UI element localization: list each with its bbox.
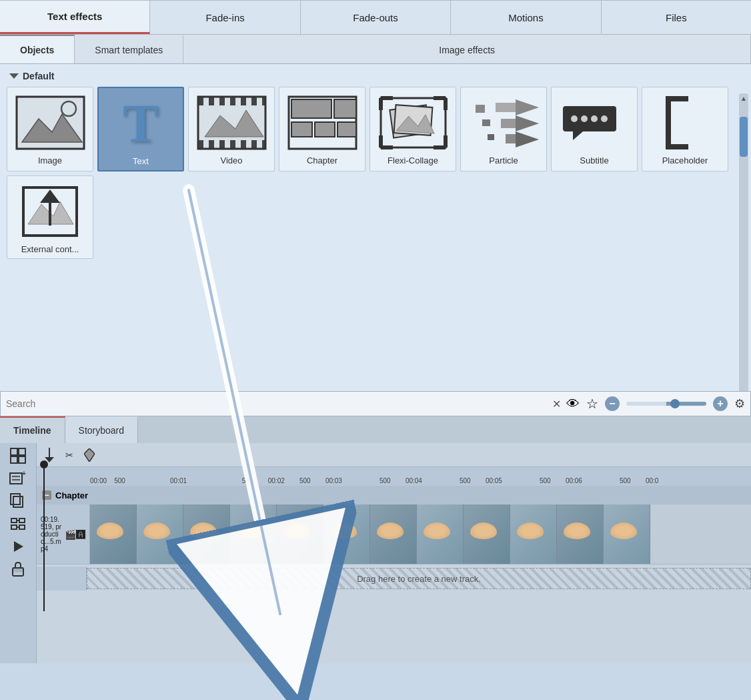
drag-new-track-row[interactable]: Drag here to create a new track. (37, 567, 751, 591)
scroll-up-arrow[interactable]: ▲ (739, 93, 748, 103)
marker-icon[interactable] (81, 446, 98, 464)
tab-fade-outs[interactable]: Fade-outs (301, 0, 451, 34)
svg-rect-16 (241, 140, 246, 149)
sub-tab-image-effects[interactable]: Image effects (183, 35, 751, 63)
svg-rect-68 (13, 568, 23, 572)
collapse-icon[interactable] (9, 73, 19, 79)
svg-rect-10 (251, 97, 257, 105)
object-video[interactable]: Video (188, 87, 275, 171)
tab-fade-ins[interactable]: Fade-ins (150, 0, 300, 34)
zoom-slider-thumb[interactable] (670, 399, 680, 408)
external-content-icon (20, 184, 80, 239)
svg-text:+: + (22, 470, 26, 477)
objects-panel: Default Image T Text (0, 64, 751, 391)
section-default: Default (9, 71, 744, 81)
timeline-tabs: Timeline Storyboard (0, 416, 751, 443)
object-subtitle[interactable]: Subtitle (551, 87, 638, 171)
svg-rect-37 (476, 105, 485, 113)
timeline-ruler: 00:00 500 00:01 500 00:02 (37, 467, 751, 486)
svg-rect-13 (209, 140, 214, 149)
chapter-icon (287, 95, 357, 150)
clear-search-button[interactable]: ✕ (552, 398, 561, 410)
zoom-out-button[interactable]: − (605, 396, 620, 411)
scroll-thumb[interactable] (740, 117, 748, 157)
star-icon[interactable]: ☆ (586, 396, 598, 412)
svg-marker-31 (516, 99, 539, 115)
object-image[interactable]: Image (7, 87, 93, 171)
lock-icon[interactable] (7, 559, 29, 579)
object-particle[interactable]: Particle (460, 87, 547, 171)
timeline-toolbar: ✂ (37, 443, 751, 467)
top-tabs-bar: Text effects Fade-ins Fade-outs Motions … (0, 0, 751, 35)
play-icon[interactable] (7, 537, 29, 557)
drag-here-label[interactable]: Drag here to create a new track. (87, 568, 751, 589)
zoom-in-button[interactable]: + (713, 396, 728, 411)
filmstrip-frame (277, 504, 323, 564)
svg-rect-24 (291, 122, 312, 137)
video-icon (197, 95, 267, 150)
svg-rect-69 (49, 448, 50, 457)
svg-rect-53 (19, 456, 25, 463)
svg-rect-6 (209, 97, 214, 105)
svg-point-43 (591, 115, 598, 122)
svg-rect-54 (10, 473, 22, 484)
svg-rect-36 (506, 134, 516, 143)
svg-rect-17 (251, 140, 257, 149)
object-external-content[interactable]: External cont... (7, 176, 93, 259)
flexi-collage-icon (378, 95, 448, 150)
subtitle-icon (560, 103, 630, 143)
filmstrip-frame (183, 504, 230, 564)
sub-tab-smart-templates[interactable]: Smart templates (75, 35, 183, 63)
grid-tool-icon[interactable] (7, 446, 29, 466)
svg-rect-9 (241, 97, 246, 105)
search-input[interactable] (6, 398, 547, 409)
filmstrip-frame (137, 504, 183, 564)
svg-marker-33 (516, 115, 539, 131)
filmstrip-frame (510, 504, 557, 564)
tab-storyboard[interactable]: Storyboard (65, 416, 138, 443)
svg-rect-63 (11, 525, 17, 529)
svg-marker-35 (516, 131, 539, 147)
tab-timeline[interactable]: Timeline (0, 416, 65, 443)
filmstrip (90, 504, 751, 564)
zoom-slider[interactable] (626, 402, 706, 406)
video-track-row: 00:19.519, productio...5.mp4 🎬 🅰 (37, 504, 751, 565)
svg-marker-66 (14, 541, 23, 552)
svg-rect-26 (337, 122, 356, 137)
svg-point-41 (571, 115, 578, 122)
tab-motions[interactable]: Motions (451, 0, 601, 34)
settings-icon[interactable]: ⚙ (734, 396, 745, 411)
panel-scrollbar[interactable]: ▲ ▼ (739, 93, 748, 391)
object-chapter[interactable]: Chapter (279, 87, 365, 171)
text-clip-icon: 🅰 (76, 529, 85, 540)
timeline-main: ✂ 00:00 500 (37, 443, 751, 663)
svg-rect-8 (230, 97, 235, 105)
particle-icon (469, 95, 539, 150)
svg-rect-50 (11, 448, 17, 455)
link-tool-icon[interactable] (7, 514, 29, 534)
svg-marker-45 (573, 131, 583, 140)
object-flexi-collage[interactable]: Flexi-Collage (369, 87, 456, 171)
tab-text-effects[interactable]: Text effects (0, 0, 150, 34)
svg-rect-51 (19, 448, 25, 455)
timeline-section: Timeline Storyboard (0, 416, 751, 663)
object-placeholder[interactable]: Placeholder (642, 87, 728, 171)
filmstrip-frame (557, 504, 604, 564)
svg-rect-23 (334, 99, 356, 118)
svg-rect-25 (315, 122, 335, 137)
chapter-header: − Chapter (37, 486, 751, 504)
add-video-icon[interactable]: + (7, 468, 29, 488)
tab-files[interactable]: Files (602, 0, 751, 34)
svg-rect-38 (482, 119, 490, 126)
copy-tool-icon[interactable] (7, 491, 29, 511)
scissors-icon[interactable]: ✂ (61, 446, 78, 464)
playhead[interactable] (43, 464, 45, 611)
sub-tab-objects[interactable]: Objects (0, 35, 75, 63)
track-content[interactable] (90, 504, 751, 564)
filmstrip-frame (604, 504, 650, 564)
filmstrip-frame (417, 504, 464, 564)
object-text[interactable]: T Text (97, 87, 184, 171)
svg-rect-15 (230, 140, 235, 149)
eye-icon[interactable]: 👁 (566, 396, 580, 412)
svg-rect-58 (13, 496, 23, 507)
